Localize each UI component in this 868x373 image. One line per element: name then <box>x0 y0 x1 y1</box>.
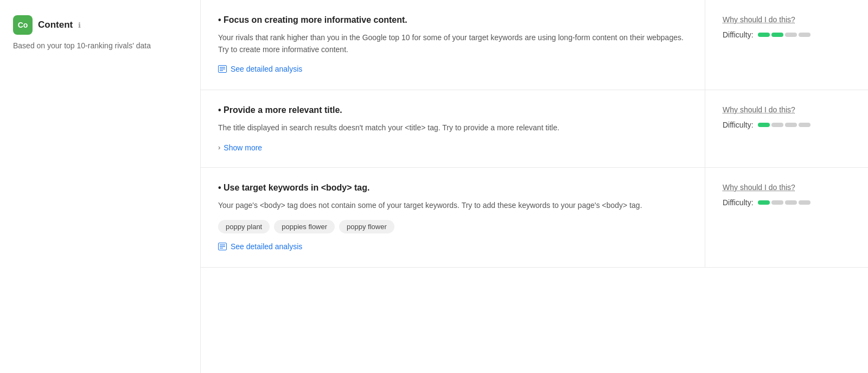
rec-side-3: Why should I do this?Difficulty: <box>705 168 868 267</box>
recommendation-row-2: Provide a more relevant title.The title … <box>201 90 868 168</box>
main-content: Focus on creating more informative conte… <box>201 0 868 373</box>
bar-segment-1 <box>758 33 770 37</box>
keyword-tag: poppy flower <box>339 220 394 233</box>
difficulty-label: Difficulty: <box>723 30 754 39</box>
bar-segment-1 <box>758 200 770 205</box>
analysis-icon <box>218 243 227 250</box>
why-link-1[interactable]: Why should I do this? <box>723 15 851 24</box>
analysis-icon <box>218 65 227 73</box>
info-icon[interactable]: ℹ <box>78 21 81 29</box>
rec-desc-3: Your page's <body> tag does not contain … <box>218 199 687 211</box>
sidebar-header: Co Content ℹ <box>13 15 187 35</box>
rec-body-1: Focus on creating more informative conte… <box>201 0 705 90</box>
sidebar: Co Content ℹ Based on your top 10-rankin… <box>0 0 201 373</box>
bar-segment-2 <box>771 33 783 37</box>
difficulty-row-1: Difficulty: <box>723 30 851 39</box>
keyword-tag: poppies flower <box>274 220 335 233</box>
bar-segment-3 <box>785 33 797 37</box>
why-link-2[interactable]: Why should I do this? <box>723 105 851 114</box>
bar-segment-4 <box>799 33 810 37</box>
bar-segment-2 <box>771 200 783 205</box>
difficulty-row-3: Difficulty: <box>723 198 851 207</box>
rec-side-2: Why should I do this?Difficulty: <box>705 90 868 167</box>
show-more-button-2[interactable]: ›Show more <box>218 143 262 152</box>
difficulty-bar-3 <box>758 200 810 205</box>
chevron-right-icon: › <box>218 143 220 151</box>
bar-segment-3 <box>785 200 797 205</box>
see-analysis-link-3[interactable]: See detailed analysis <box>218 242 302 251</box>
bar-segment-1 <box>758 123 770 127</box>
bar-segment-3 <box>785 123 797 127</box>
difficulty-bar-2 <box>758 123 810 127</box>
rec-tags-3: poppy plantpoppies flowerpoppy flower <box>218 220 687 233</box>
why-link-3[interactable]: Why should I do this? <box>723 183 851 192</box>
difficulty-label: Difficulty: <box>723 198 754 207</box>
content-icon: Co <box>13 15 33 35</box>
see-analysis-link-1[interactable]: See detailed analysis <box>218 65 302 73</box>
recommendation-row-3: Use target keywords in <body> tag.Your p… <box>201 168 868 268</box>
difficulty-label: Difficulty: <box>723 121 754 129</box>
rec-body-2: Provide a more relevant title.The title … <box>201 90 705 167</box>
rec-title-2: Provide a more relevant title. <box>218 105 687 115</box>
rec-title-1: Focus on creating more informative conte… <box>218 15 687 25</box>
bar-segment-4 <box>799 123 810 127</box>
rec-side-1: Why should I do this?Difficulty: <box>705 0 868 90</box>
rec-desc-1: Your rivals that rank higher than you in… <box>218 31 687 56</box>
keyword-tag: poppy plant <box>218 220 270 233</box>
rec-desc-2: The title displayed in search results do… <box>218 122 687 134</box>
see-analysis-label-1: See detailed analysis <box>231 65 302 73</box>
difficulty-row-2: Difficulty: <box>723 121 851 129</box>
bar-segment-2 <box>771 123 783 127</box>
sidebar-description: Based on your top 10-ranking rivals' dat… <box>13 40 187 52</box>
show-more-label-2: Show more <box>224 143 262 152</box>
rec-body-3: Use target keywords in <body> tag.Your p… <box>201 168 705 267</box>
page-container: Co Content ℹ Based on your top 10-rankin… <box>0 0 868 373</box>
sidebar-title: Content <box>38 20 73 30</box>
rec-title-3: Use target keywords in <body> tag. <box>218 183 687 193</box>
see-analysis-label-3: See detailed analysis <box>231 242 302 251</box>
bar-segment-4 <box>799 200 810 205</box>
difficulty-bar-1 <box>758 33 810 37</box>
recommendation-row-1: Focus on creating more informative conte… <box>201 0 868 90</box>
